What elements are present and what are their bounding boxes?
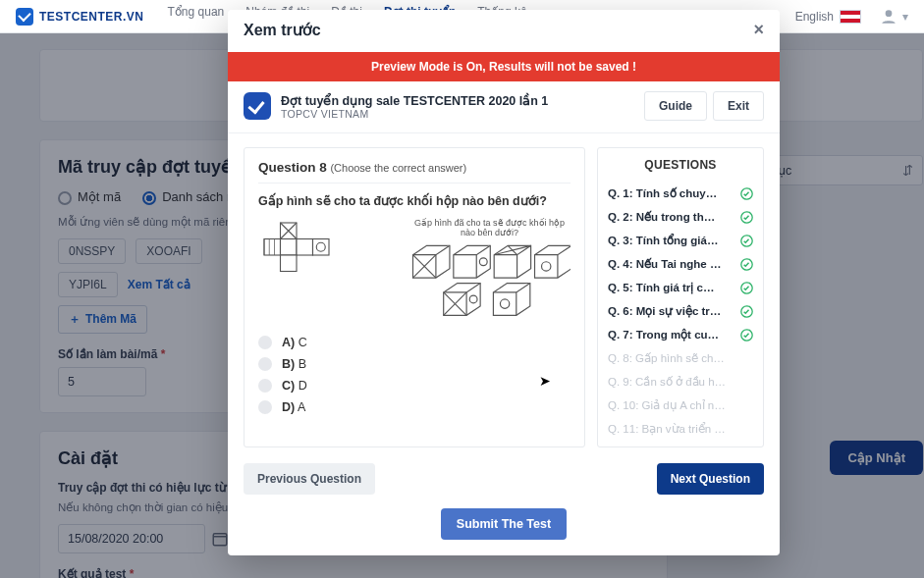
svg-point-23 xyxy=(500,299,509,308)
next-question-button[interactable]: Next Question xyxy=(657,463,764,495)
radio-icon xyxy=(258,357,272,371)
svg-point-22 xyxy=(469,295,477,303)
svg-point-19 xyxy=(542,262,551,271)
question-list-item[interactable]: Q. 5: Tính giá trị c… xyxy=(608,276,753,299)
answer-options: A) C B) B C) D D) A xyxy=(258,336,571,414)
check-circle-icon xyxy=(740,211,753,224)
submit-test-button[interactable]: Submit The Test xyxy=(441,508,567,540)
user-icon xyxy=(879,7,898,26)
modal-title: Xem trước xyxy=(244,21,321,39)
option-b[interactable]: B) B xyxy=(258,357,571,371)
question-list-panel: QUESTIONS Q. 1: Tính số chuy…Q. 2: Nếu t… xyxy=(597,147,764,447)
cube-net-icon xyxy=(258,218,361,287)
question-list-item[interactable]: Q. 6: Mọi sự việc tr… xyxy=(608,299,753,323)
question-list-item[interactable]: Q. 10: Giả dụ A chỉ n… xyxy=(608,394,753,417)
brand[interactable]: TESTCENTER.VN xyxy=(16,8,144,26)
svg-point-0 xyxy=(886,10,893,17)
guide-button[interactable]: Guide xyxy=(644,91,707,121)
question-list-label: Q. 7: Trong một cu… xyxy=(608,328,719,342)
shield-check-icon xyxy=(244,92,271,120)
question-list-label: Q. 4: Nếu Tai nghe … xyxy=(608,257,721,271)
question-list-item[interactable]: Q. 8: Gấp hình sẽ ch… xyxy=(608,346,753,370)
check-circle-icon xyxy=(740,282,753,294)
radio-icon xyxy=(258,336,272,349)
exam-org: TOPCV VIETNAM xyxy=(281,108,548,120)
question-list-item[interactable]: Q. 11: Bạn vừa triển … xyxy=(608,417,753,441)
check-circle-icon xyxy=(740,187,753,200)
question-list-item[interactable]: Q. 4: Nếu Tai nghe … xyxy=(608,252,753,276)
check-circle-icon xyxy=(740,258,753,271)
check-circle-icon xyxy=(740,329,753,342)
prev-question-button[interactable]: Previous Question xyxy=(244,463,375,495)
preview-modal: Xem trước × Preview Mode is On, Results … xyxy=(228,10,780,555)
check-circle-icon xyxy=(740,235,753,247)
question-list-item[interactable]: Q. 3: Tính tổng giá… xyxy=(608,229,753,252)
question-list-label: Q. 6: Mọi sự việc tr… xyxy=(608,304,721,318)
exam-title: Đợt tuyển dụng sale TESTCENTER 2020 lần … xyxy=(281,93,548,108)
svg-rect-7 xyxy=(281,255,298,272)
lang-label: English xyxy=(795,10,834,24)
question-panel: Question 8 (Choose the correct answer) G… xyxy=(244,147,585,447)
question-list-label: Q. 2: Nếu trong th… xyxy=(608,210,715,224)
preview-banner: Preview Mode is On, Results will not be … xyxy=(228,52,780,81)
brand-logo-icon xyxy=(16,8,33,26)
close-icon[interactable]: × xyxy=(753,20,764,40)
question-number-label: Question 8 xyxy=(258,160,327,175)
question-list-item[interactable]: Q. 1: Tính số chuy… xyxy=(608,182,753,205)
chevron-down-icon: ▾ xyxy=(902,10,908,24)
option-d[interactable]: D) A xyxy=(258,400,571,414)
svg-rect-3 xyxy=(264,239,281,256)
question-list-label: Q. 3: Tính tổng giá… xyxy=(608,234,718,247)
svg-rect-6 xyxy=(313,239,330,256)
lang-switch[interactable]: English xyxy=(795,10,861,24)
account-menu[interactable]: ▾ xyxy=(879,7,908,26)
question-list-label: Q. 11: Bạn vừa triển … xyxy=(608,422,726,436)
question-prompt: Gấp hình sẽ cho ta được khối hộp nào bên… xyxy=(258,193,571,208)
question-list-label: Q. 5: Tính giá trị c… xyxy=(608,281,714,294)
question-instruction: (Choose the correct answer) xyxy=(330,162,466,174)
brand-text: TESTCENTER.VN xyxy=(39,10,144,24)
question-list-label: Q. 1: Tính số chuy… xyxy=(608,186,717,200)
question-list-item[interactable]: Q. 7: Trong một cu… xyxy=(608,323,753,346)
svg-rect-4 xyxy=(281,239,298,256)
question-image: Gấp hình đã cho ta sẽ được khối hộp nào … xyxy=(258,218,571,326)
option-a[interactable]: A) C xyxy=(258,336,571,349)
question-list-label: Q. 9: Cần số ở đầu h… xyxy=(608,375,726,389)
image-caption: Gấp hình đã cho ta sẽ được khối hộp nào … xyxy=(408,218,571,237)
question-list-label: Q. 8: Gấp hình sẽ ch… xyxy=(608,351,725,365)
check-circle-icon xyxy=(740,305,753,318)
option-c[interactable]: C) D xyxy=(258,379,571,393)
flag-uk-icon xyxy=(840,10,861,24)
question-list-item[interactable]: Q. 9: Cần số ở đầu h… xyxy=(608,370,753,394)
question-list-item[interactable]: Q. 2: Nếu trong th… xyxy=(608,205,753,229)
question-list-label: Q. 10: Giả dụ A chỉ n… xyxy=(608,398,726,412)
svg-rect-5 xyxy=(297,239,313,256)
exit-button[interactable]: Exit xyxy=(713,91,764,121)
radio-icon xyxy=(258,379,272,393)
radio-icon xyxy=(258,400,272,414)
nav-item-overview[interactable]: Tổng quan xyxy=(168,5,225,28)
questions-title: QUESTIONS xyxy=(608,158,753,172)
svg-point-16 xyxy=(479,258,487,266)
cube-options-icon xyxy=(408,243,571,320)
